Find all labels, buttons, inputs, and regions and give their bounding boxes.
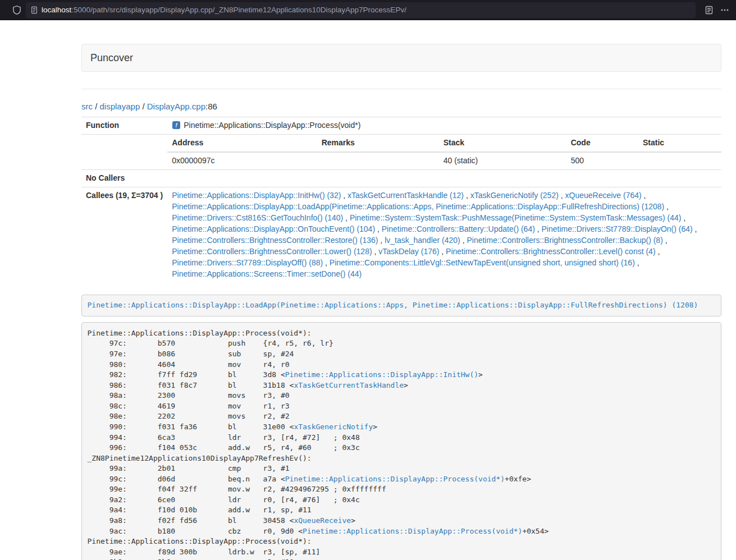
function-row-label: Function	[81, 117, 167, 135]
no-callers-label: No Callers	[81, 169, 167, 187]
function-table: Function f Pinetime::Applications::Displ…	[81, 117, 721, 283]
callee-link[interactable]: Pinetime::Components::LittleVgl::SetNewT…	[330, 258, 635, 267]
url-host: localhost	[42, 6, 71, 14]
symbol-box: Pinetime::Applications::DisplayApp::Load…	[81, 295, 721, 317]
callee-link[interactable]: lv_task_handler (420)	[385, 236, 460, 245]
breadcrumb-link[interactable]: src	[81, 102, 93, 111]
callee-link[interactable]: Pinetime::Drivers::St7789::DisplayOff() …	[172, 258, 323, 267]
callee-link[interactable]: xTaskGetCurrentTaskHandle (12)	[348, 191, 464, 200]
divider	[81, 89, 721, 89]
callee-link[interactable]: vTaskDelay (176)	[378, 247, 439, 256]
asm-symbol-link[interactable]: xTaskGetCurrentTaskHandle	[294, 381, 404, 389]
page-container: Puncover src / displayapp / DisplayApp.c…	[81, 44, 721, 560]
function-cell: f Pinetime::Applications::DisplayApp::Pr…	[167, 117, 721, 135]
breadcrumb-line-number: :86	[205, 102, 217, 111]
breadcrumb: src / displayapp / DisplayApp.cpp:86	[81, 101, 721, 112]
breadcrumb-link[interactable]: displayapp	[100, 102, 140, 111]
stats-row: AddressRemarksStackCodeStatic 0x0000097c…	[81, 134, 721, 169]
callee-link[interactable]: xQueueReceive (764)	[565, 191, 642, 200]
function-row: Function f Pinetime::Applications::Displ…	[81, 117, 721, 135]
stats-value	[317, 152, 439, 169]
callees-label: Callees (19, Σ=3704 )	[81, 187, 167, 282]
stats-header: Remarks	[317, 135, 439, 152]
callee-link[interactable]: Pinetime::Applications::DisplayApp::Init…	[172, 191, 341, 200]
stats-cell: AddressRemarksStackCodeStatic 0x0000097c…	[167, 134, 721, 169]
callee-link[interactable]: Pinetime::Applications::DisplayApp::Load…	[172, 202, 664, 211]
stats-header: Address	[167, 135, 317, 152]
callee-link[interactable]: Pinetime::Controllers::BrightnessControl…	[467, 236, 662, 245]
callee-link[interactable]: Pinetime::System::SystemTask::PushMessag…	[350, 213, 682, 222]
stats-value: 500	[566, 152, 638, 169]
url-bar[interactable]: localhost:5000/path/src/displayapp/Displ…	[26, 2, 696, 18]
no-callers-row: No Callers	[81, 169, 721, 187]
stats-table: AddressRemarksStackCodeStatic 0x0000097c…	[167, 135, 721, 169]
stats-header: Code	[566, 135, 638, 152]
app-header: Puncover	[81, 44, 721, 72]
asm-symbol-link[interactable]: Pinetime::Applications::DisplayApp::Proc…	[303, 527, 522, 535]
function-icon: f	[172, 121, 181, 130]
callee-link[interactable]: Pinetime::Applications::DisplayApp::OnTo…	[172, 224, 375, 233]
stats-value-row: 0x0000097c40 (static)500	[167, 152, 721, 169]
app-title[interactable]: Puncover	[82, 44, 141, 71]
url-text: localhost:5000/path/src/displayapp/Displ…	[42, 6, 406, 14]
empty-row-label	[81, 134, 167, 169]
browser-toolbar: localhost:5000/path/src/displayapp/Displ…	[0, 0, 736, 20]
assembly-code: Pinetime::Applications::DisplayApp::Proc…	[81, 322, 721, 560]
breadcrumb-link[interactable]: DisplayApp.cpp	[147, 102, 205, 111]
loadapp-symbol-link[interactable]: Pinetime::Applications::DisplayApp::Load…	[88, 301, 698, 309]
callees-list: Pinetime::Applications::DisplayApp::Init…	[167, 187, 721, 282]
callee-link[interactable]: xTaskGenericNotify (252)	[470, 191, 559, 200]
asm-symbol-link[interactable]: xQueueReceive	[294, 516, 351, 525]
callee-link[interactable]: Pinetime::Applications::Screens::Timer::…	[172, 269, 362, 278]
callee-link[interactable]: Pinetime::Controllers::BrightnessControl…	[172, 236, 378, 245]
callee-link[interactable]: Pinetime::Drivers::Cst816S::GetTouchInfo…	[172, 213, 343, 222]
stats-header: Stack	[439, 135, 566, 152]
overflow-menu-icon[interactable]	[717, 2, 733, 18]
asm-symbol-link[interactable]: Pinetime::Applications::DisplayApp::Proc…	[285, 475, 505, 483]
page-icon[interactable]	[30, 6, 38, 14]
callee-link[interactable]: Pinetime::Controllers::BrightnessControl…	[446, 247, 655, 256]
shield-icon[interactable]	[9, 2, 25, 18]
asm-symbol-link[interactable]: xTaskGenericNotify	[294, 423, 373, 431]
stats-value: 40 (static)	[439, 152, 566, 169]
url-path: :5000/path/src/displayapp/DisplayApp.cpp…	[71, 6, 406, 14]
stats-header: Static	[638, 135, 721, 152]
reader-mode-icon[interactable]	[701, 2, 717, 18]
function-name: Pinetime::Applications::DisplayApp::Proc…	[184, 121, 360, 130]
stats-value: 0x0000097c	[167, 152, 317, 169]
stats-value	[638, 152, 721, 169]
no-callers-cell	[167, 169, 721, 187]
callees-row: Callees (19, Σ=3704 ) Pinetime::Applicat…	[81, 187, 721, 282]
callee-link[interactable]: Pinetime::Controllers::BrightnessControl…	[172, 247, 372, 256]
asm-symbol-link[interactable]: Pinetime::Applications::DisplayApp::Init…	[285, 370, 478, 379]
callee-link[interactable]: Pinetime::Controllers::Battery::Update()…	[382, 224, 535, 233]
callee-link[interactable]: Pinetime::Drivers::St7789::DisplayOn() (…	[542, 224, 693, 233]
stats-header-row: AddressRemarksStackCodeStatic	[167, 135, 721, 152]
